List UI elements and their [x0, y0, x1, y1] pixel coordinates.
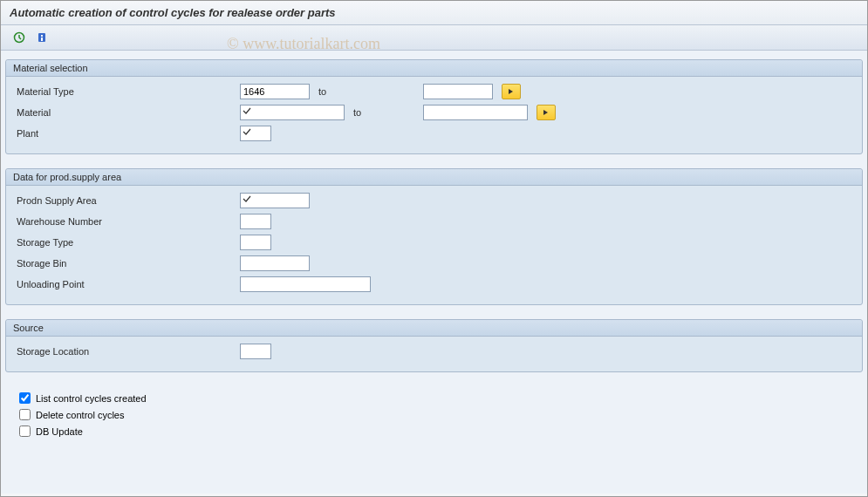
arrow-right-icon [542, 108, 550, 117]
toolbar [1, 25, 867, 51]
plant-input[interactable] [240, 126, 271, 141]
content-area: Material selection Material Type to Mate… [1, 51, 867, 494]
material-input[interactable] [240, 105, 345, 120]
group-header: Material selection [6, 60, 862, 77]
storage-location-row: Storage Location [13, 342, 855, 361]
storage-bin-row: Storage Bin [13, 254, 855, 273]
material-type-to-input[interactable] [423, 84, 493, 99]
prod-supply-area-group: Data for prod.supply area Prodn Supply A… [5, 168, 863, 305]
db-checkbox[interactable] [19, 426, 31, 437]
title-bar: Automatic creation of control cycles for… [1, 1, 867, 25]
info-icon [36, 31, 48, 44]
execute-button[interactable] [10, 29, 29, 46]
plant-row: Plant [13, 124, 855, 143]
storage-bin-label: Storage Bin [13, 258, 240, 269]
list-checkbox[interactable] [19, 392, 31, 404]
material-type-label: Material Type [13, 86, 240, 97]
supply-area-row: Prodn Supply Area [13, 191, 855, 210]
plant-label: Plant [13, 128, 240, 139]
delete-check-row: Delete control cycles [10, 406, 858, 423]
delete-check-label: Delete control cycles [36, 410, 125, 420]
warehouse-row: Warehouse Number [13, 212, 855, 231]
list-check-row: List control cycles created [10, 390, 858, 406]
unloading-label: Unloading Point [13, 279, 240, 289]
storage-location-label: Storage Location [13, 346, 240, 357]
group-header: Data for prod.supply area [6, 169, 862, 186]
to-label: to [345, 107, 423, 118]
list-check-label: List control cycles created [36, 393, 147, 404]
svg-rect-2 [41, 35, 43, 37]
bottom-checks: List control cycles created Delete contr… [5, 386, 863, 443]
source-group: Source Storage Location [5, 319, 863, 372]
supply-area-label: Prodn Supply Area [13, 195, 240, 206]
material-type-input[interactable] [240, 84, 310, 99]
material-selection-group: Material selection Material Type to Mate… [5, 59, 863, 154]
unloading-input[interactable] [240, 276, 371, 292]
material-label: Material [13, 107, 240, 118]
clock-icon [13, 31, 25, 44]
info-button[interactable] [32, 29, 51, 46]
warehouse-input[interactable] [240, 214, 271, 229]
material-type-more-button[interactable] [502, 84, 521, 99]
warehouse-label: Warehouse Number [13, 216, 240, 227]
supply-area-input[interactable] [240, 193, 310, 208]
material-to-input[interactable] [423, 105, 528, 120]
page-title: Automatic creation of control cycles for… [10, 6, 336, 19]
storage-type-label: Storage Type [13, 237, 240, 248]
storage-bin-input[interactable] [240, 255, 310, 271]
db-check-label: DB Update [36, 426, 83, 437]
arrow-right-icon [507, 87, 516, 96]
storage-type-input[interactable] [240, 235, 271, 250]
unloading-row: Unloading Point [13, 275, 855, 294]
to-label: to [310, 86, 423, 97]
storage-type-row: Storage Type [13, 233, 855, 252]
svg-rect-3 [41, 37, 43, 41]
db-check-row: DB Update [10, 423, 858, 439]
group-header: Source [6, 320, 862, 337]
storage-location-input[interactable] [240, 344, 271, 359]
delete-checkbox[interactable] [19, 409, 31, 420]
material-row: Material to [13, 103, 855, 122]
material-type-row: Material Type to [13, 82, 855, 101]
material-more-button[interactable] [537, 105, 556, 120]
